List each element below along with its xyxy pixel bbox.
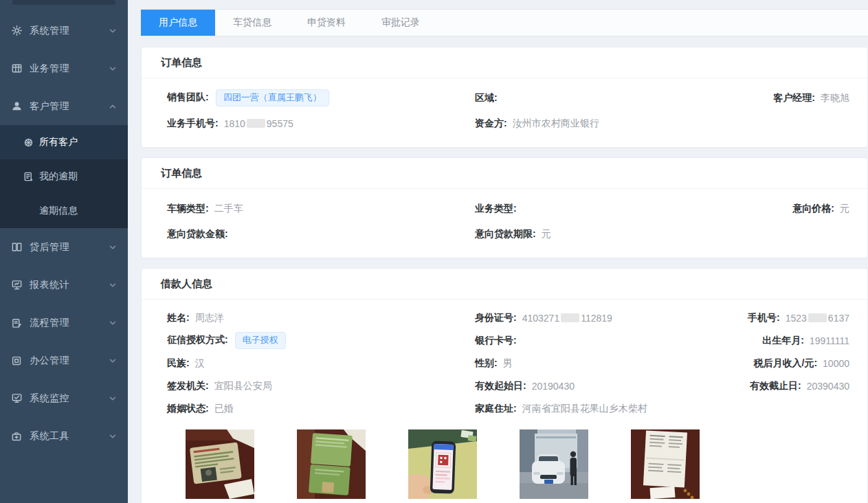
document-photo[interactable]: 其他材料 [631,429,700,503]
sidebar-item-overdue-info[interactable]: 逾期信息 [0,194,128,228]
field-value: 汉 [195,357,205,370]
credit-auth-photo-thumbnail[interactable] [408,429,477,499]
field-label: 意向贷款期限: [475,228,536,241]
field-label: 意向贷款金额: [167,228,228,241]
sidebar-item-office-management[interactable]: 办公管理 [0,342,128,379]
sidebar-item-customer-management[interactable]: 客户管理 [0,87,128,125]
sidebar-item-all-customers[interactable]: 所有客户 [0,125,128,159]
sidebar-item-business-management[interactable]: 业务管理 [0,49,128,87]
sidebar-item-post-loan-management[interactable]: 贷后管理 [0,228,128,266]
redaction-blur [247,119,265,128]
field-row: 民族:汉性别:男税后月收入/元:10000 [167,352,854,375]
field-value: 汝州市农村商业银行 [513,118,599,130]
chevron-down-icon [109,65,117,73]
tab-loan-application-docs[interactable]: 申贷资料 [289,10,364,36]
tab-car-loan-info[interactable]: 车贷信息 [215,10,289,36]
field-label: 有效截止日: [750,380,801,392]
sidebar-item-system-tools[interactable]: 系统工具 [0,417,128,455]
sidebar-item-my-overdue[interactable]: 我的逾期 [0,159,128,194]
sidebar-nav: 系统管理业务管理客户管理所有客户我的逾期逾期信息贷后管理报表统计流程管理办公管理… [0,12,128,455]
field-marital-status: 婚姻状态:已婚 [167,403,475,415]
tab-user-info[interactable]: 用户信息 [141,10,215,36]
field-vehicle-type: 车辆类型:二手车 [167,203,475,215]
sidebar-logo-remnant [12,0,115,5]
field-intended-price: 意向价格:元 [743,203,854,215]
sidebar-item-label: 所有客户 [39,136,78,148]
tab-approval-records[interactable]: 审批记录 [364,10,438,36]
document-photo-thumbnail[interactable] [631,429,700,499]
id-card-photo[interactable]: 身份证 [186,429,254,503]
field-value: 宜阳县公安局 [214,380,272,392]
field-label: 出生年月: [762,335,804,347]
toolbox-icon [10,430,23,443]
field-valid-from: 有效起始日:20190430 [475,380,743,392]
field-value: 19911111 [810,335,849,346]
field-label: 民族: [167,357,190,370]
field-label: 资金方: [475,118,507,130]
field-funder: 资金方:汝州市农村商业银行 [475,118,743,130]
field-value: 河南省宜阳县花果山乡木柴村 [522,403,647,415]
sidebar-item-label: 业务管理 [30,63,109,75]
field-row: 业务手机号:181095575资金方:汝州市农村商业银行 [167,111,854,136]
credit-auth-photo[interactable]: 征信截图 [408,429,477,503]
field-phone: 手机号:15236137 [743,312,854,324]
sidebar-item-report-statistics[interactable]: 报表统计 [0,266,128,304]
book-icon [10,241,23,254]
field-row: 征信授权方式:电子授权银行卡号:出生年月:19911111 [167,329,854,352]
blank-icon [23,205,34,216]
monitor-icon [10,279,23,291]
field-value: 20190430 [532,381,575,392]
monitor-check-icon [10,392,23,405]
app-window: 系统管理业务管理客户管理所有客户我的逾期逾期信息贷后管理报表统计流程管理办公管理… [0,0,868,503]
sidebar-item-system-management[interactable]: 系统管理 [0,12,128,49]
field-home-address: 家庭住址:河南省宜阳县花果山乡木柴村 [475,403,743,415]
field-label: 业务类型: [475,203,517,215]
sidebar-item-label: 我的逾期 [39,170,78,183]
section-title: 订单信息 [142,158,867,189]
person-car-photo[interactable]: 人车合影 [520,429,588,503]
sidebar-item-label: 客户管理 [30,100,109,113]
field-row: 意向贷款金额:意向贷款期限:元 [167,221,854,247]
gear-icon [10,25,23,37]
sidebar-item-label: 系统监控 [30,392,109,405]
sidebar-item-label: 办公管理 [30,355,109,367]
sidebar-item-label: 贷后管理 [30,241,109,254]
chevron-down-icon [109,394,117,403]
field-value-redacted: 4103271112819 [522,313,612,324]
license-photo[interactable]: 驾驶证照片 [297,429,366,503]
redaction-blur [808,313,827,322]
field-label: 婚姻状态: [167,403,209,415]
card-order-info-2: 订单信息车辆类型:二手车业务类型:意向价格:元意向贷款金额:意向贷款期限:元 [141,157,868,258]
card-order-info-1: 订单信息销售团队:四团一营（直属王鹏飞）区域:客户经理:李晓旭业务手机号:181… [141,47,868,148]
field-sales-team: 销售团队:四团一营（直属王鹏飞） [167,89,475,107]
section-body: 车辆类型:二手车业务类型:意向价格:元意向贷款金额:意向贷款期限:元 [142,189,867,258]
field-value: 元 [542,228,551,241]
id-card-photo-thumbnail[interactable] [186,429,254,499]
license-photo-thumbnail[interactable] [297,429,366,499]
clipboard-icon [10,317,23,329]
sidebar-item-label: 系统工具 [30,430,109,443]
field-monthly-income: 税后月收入/元:10000 [743,357,854,370]
sidebar-item-system-monitor[interactable]: 系统监控 [0,379,128,417]
content-area[interactable]: 订单信息销售团队:四团一营（直属王鹏飞）区域:客户经理:李晓旭业务手机号:181… [128,36,868,503]
field-value: 20390430 [807,381,849,392]
field-row: 销售团队:四团一营（直属王鹏飞）区域:客户经理:李晓旭 [167,85,854,111]
field-row: 婚姻状态:已婚家庭住址:河南省宜阳县花果山乡木柴村 [167,397,854,420]
section-title: 借款人信息 [142,269,867,300]
user-icon [10,100,23,113]
field-label: 家庭住址: [475,403,517,415]
chevron-down-icon [109,319,117,327]
chevron-down-icon [109,432,117,440]
person-car-photo-thumbnail[interactable] [520,429,588,499]
field-label: 征信授权方式: [167,334,228,346]
field-region: 区域: [475,92,743,104]
top-strip [128,0,868,9]
wheel-icon [23,137,34,148]
sidebar-submenu-customer-management: 所有客户我的逾期逾期信息 [0,125,128,228]
field-row: 车辆类型:二手车业务类型:意向价格:元 [167,196,854,221]
field-birth-date: 出生年月:19911111 [743,335,854,347]
field-value: 10000 [823,358,849,369]
sidebar-item-process-management[interactable]: 流程管理 [0,304,128,342]
field-label: 手机号: [748,312,780,324]
field-label: 签发机关: [167,380,209,392]
